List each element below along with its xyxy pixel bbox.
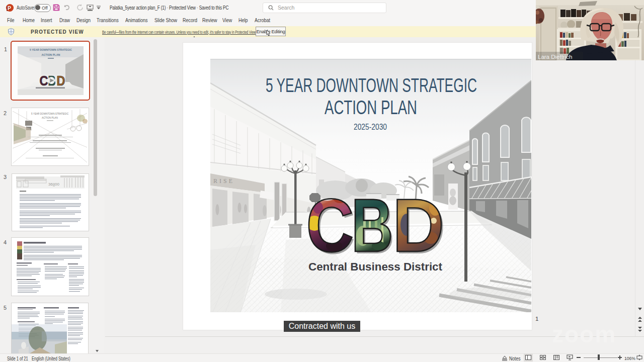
svg-text:5 YEAR DOWNTOWN STRATEGIC: 5 YEAR DOWNTOWN STRATEGIC	[30, 48, 72, 51]
svg-text:P: P	[8, 5, 11, 11]
svg-text:ACTION PLAN: ACTION PLAN	[42, 53, 60, 56]
svg-text:ACTION PLAN: ACTION PLAN	[325, 97, 417, 118]
svg-text:5 YEAR DOWNTOWN STRATEGIC: 5 YEAR DOWNTOWN STRATEGIC	[266, 75, 477, 96]
svg-text:Central Business District: Central Business District	[308, 261, 442, 273]
svg-text:2025-2030: 2025-2030	[354, 122, 387, 132]
svg-text:C: C	[40, 73, 48, 88]
svg-text:Lara Diettrich: Lara Diettrich	[538, 54, 572, 60]
svg-text:5 YEAR DOWNTOWN STRATEGIC: 5 YEAR DOWNTOWN STRATEGIC	[31, 112, 68, 115]
svg-text:D: D	[57, 73, 65, 88]
svg-text:ACTION PLAN: ACTION PLAN	[42, 116, 58, 119]
svg-text:36||00: 36||00	[48, 183, 59, 187]
